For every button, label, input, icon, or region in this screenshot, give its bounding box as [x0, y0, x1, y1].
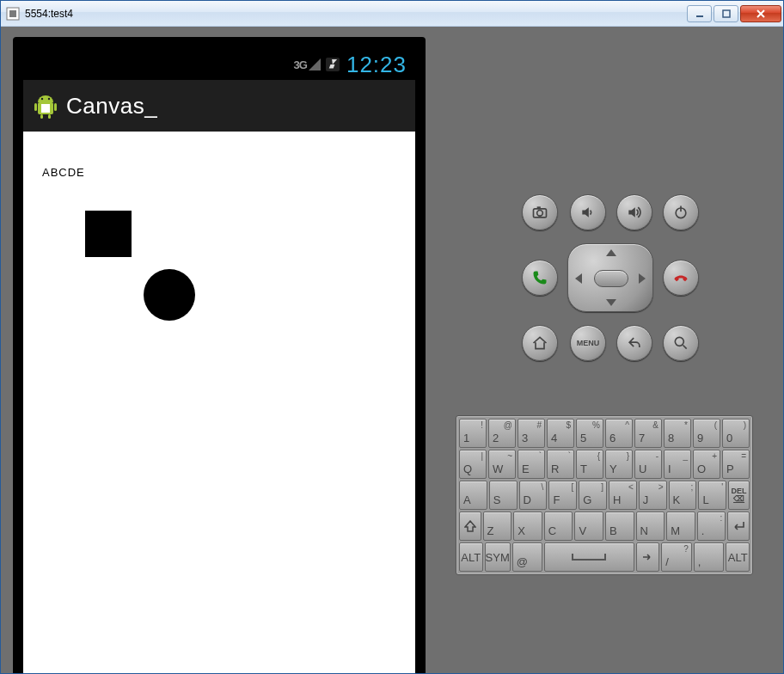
key-l[interactable]: L'	[698, 481, 726, 510]
phone-shell: 3G 12:23	[13, 37, 426, 673]
power-button[interactable]	[663, 194, 699, 230]
key-y[interactable]: Y}	[605, 450, 633, 479]
close-button[interactable]	[740, 5, 781, 22]
key-arrow[interactable]	[636, 542, 660, 572]
dpad-center[interactable]	[594, 270, 628, 287]
search-button[interactable]	[663, 325, 699, 361]
key-d[interactable]: D\	[519, 481, 548, 510]
key-k[interactable]: K;	[669, 481, 697, 510]
android-status-bar: 3G 12:23	[23, 49, 415, 80]
volume-up-button[interactable]	[616, 194, 652, 230]
dpad	[567, 243, 653, 312]
window-title: 5554:test4	[25, 8, 685, 20]
hardware-keyboard: 1!2@3#4$5%6^7&8*9(0) Q|W~E`R`T{Y}U-I_O+P…	[456, 415, 753, 575]
key-t[interactable]: T{	[576, 450, 603, 479]
key-alt-left[interactable]: ALT	[459, 542, 483, 572]
status-time: 12:23	[346, 52, 407, 78]
svg-point-13	[537, 211, 543, 217]
titlebar: 5554:test4	[1, 1, 783, 27]
dpad-right[interactable]	[639, 273, 646, 284]
key-space[interactable]	[544, 542, 634, 572]
network-3g-icon: 3G	[294, 58, 321, 71]
key-j[interactable]: J>	[639, 481, 667, 510]
key-g[interactable]: G]	[579, 481, 607, 510]
key-u[interactable]: U-	[634, 450, 662, 479]
svg-rect-7	[40, 114, 43, 119]
svg-rect-6	[54, 103, 57, 111]
key-6[interactable]: 6^	[605, 419, 633, 448]
emulator-side-panel: MENU 1!2@3#4$5%6^7&8*9(0) Q|W~E`R`T{Y}U-…	[426, 37, 783, 673]
phone-screen: 3G 12:23	[23, 49, 415, 673]
key-enter[interactable]	[727, 512, 750, 541]
svg-rect-5	[34, 103, 37, 111]
maximize-button[interactable]	[714, 5, 738, 22]
app-title: Canvas_	[66, 93, 157, 119]
key-p[interactable]: P=	[722, 450, 750, 479]
key-m[interactable]: M	[666, 512, 695, 541]
key-b[interactable]: B	[605, 512, 634, 541]
key-slash[interactable]: /?	[661, 542, 692, 572]
end-call-button[interactable]	[663, 260, 699, 296]
svg-point-17	[675, 337, 683, 346]
back-button[interactable]	[616, 325, 652, 361]
canvas-area[interactable]: ABCDE	[23, 132, 415, 673]
key-f[interactable]: F[	[548, 481, 577, 510]
key-0[interactable]: 0)	[722, 419, 750, 448]
canvas-black-square	[85, 211, 132, 257]
canvas-text: ABCDE	[42, 166, 85, 179]
menu-label: MENU	[577, 339, 600, 347]
app-icon	[6, 7, 20, 21]
key-8[interactable]: 8*	[664, 419, 691, 448]
key-a[interactable]: A	[459, 481, 487, 510]
key-v[interactable]: V	[574, 512, 603, 541]
status-icons: 3G	[294, 58, 340, 71]
svg-point-10	[48, 98, 50, 100]
charging-icon	[326, 58, 340, 71]
svg-rect-2	[696, 15, 703, 17]
key-q[interactable]: Q|	[459, 450, 487, 479]
key-5[interactable]: 5%	[576, 419, 603, 448]
canvas-black-circle	[144, 269, 195, 321]
camera-button[interactable]	[522, 194, 558, 230]
key-e[interactable]: E`	[518, 450, 545, 479]
key-9[interactable]: 9(	[693, 419, 720, 448]
dpad-up[interactable]	[606, 249, 616, 256]
client-area: 3G 12:23	[1, 27, 783, 673]
svg-rect-11	[41, 104, 50, 113]
menu-button[interactable]: MENU	[570, 325, 606, 361]
window-controls	[685, 5, 781, 22]
key-7[interactable]: 7&	[634, 419, 662, 448]
volume-down-button[interactable]	[570, 194, 606, 230]
key-x[interactable]: X	[513, 512, 542, 541]
key-r[interactable]: R`	[547, 450, 574, 479]
key-,[interactable]: ,	[694, 542, 725, 572]
key-delete[interactable]: DEL⌫	[728, 481, 750, 510]
key-sym[interactable]: SYM	[485, 542, 511, 572]
dpad-left[interactable]	[575, 273, 582, 284]
app-action-bar: Canvas_	[23, 80, 415, 132]
key-s[interactable]: S	[489, 481, 518, 510]
home-button[interactable]	[522, 325, 558, 361]
emulator-window: 5554:test4 3G	[0, 0, 784, 674]
key-shift[interactable]	[459, 512, 481, 541]
minimize-button[interactable]	[687, 5, 712, 22]
key-3[interactable]: 3#	[518, 419, 545, 448]
key-o[interactable]: O+	[693, 450, 720, 479]
key-i[interactable]: I_	[664, 450, 691, 479]
key-w[interactable]: W~	[488, 450, 516, 479]
key-at[interactable]: @	[512, 542, 543, 572]
key-4[interactable]: 4$	[547, 419, 574, 448]
key-z[interactable]: Z	[483, 512, 512, 541]
key-1[interactable]: 1!	[459, 419, 487, 448]
call-button[interactable]	[522, 260, 558, 296]
svg-point-9	[41, 98, 43, 100]
key-n[interactable]: N	[636, 512, 665, 541]
svg-rect-14	[537, 206, 541, 209]
svg-rect-1	[9, 10, 16, 17]
key-.[interactable]: .:	[697, 512, 726, 541]
dpad-down[interactable]	[606, 299, 616, 306]
key-2[interactable]: 2@	[488, 419, 516, 448]
key-h[interactable]: H<	[609, 481, 637, 510]
key-c[interactable]: C	[544, 512, 573, 541]
key-alt-right[interactable]: ALT	[726, 542, 750, 572]
